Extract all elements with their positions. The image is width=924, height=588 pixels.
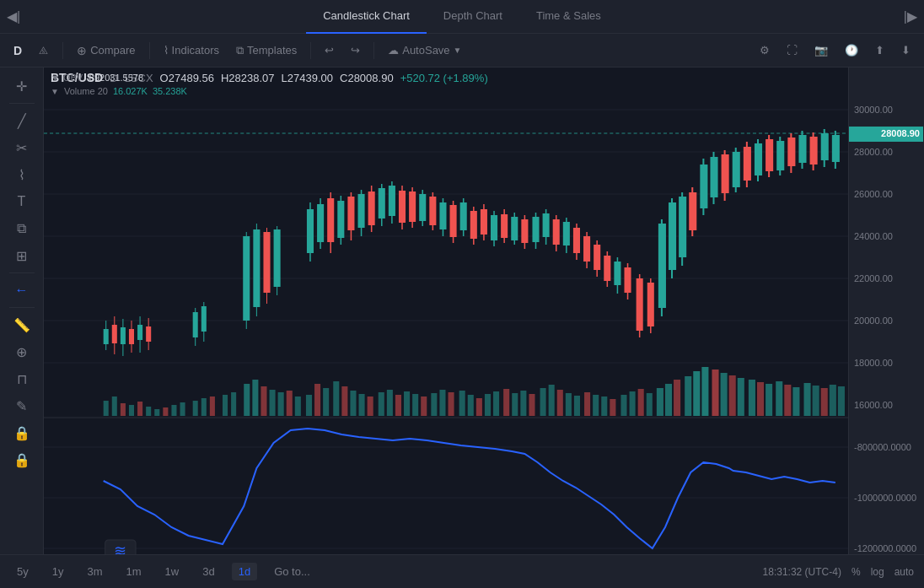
svg-rect-79 [738, 378, 744, 416]
crosshair-tool[interactable]: ✛ [7, 74, 37, 98]
scissors-tool[interactable]: ✂ [7, 136, 37, 159]
svg-rect-53 [503, 389, 509, 416]
svg-rect-46 [439, 390, 445, 416]
svg-rect-128 [368, 192, 375, 225]
svg-rect-34 [333, 381, 339, 416]
svg-rect-16 [163, 407, 168, 416]
svg-rect-204 [766, 139, 773, 171]
fib-tool[interactable]: ⌇ [7, 163, 37, 186]
svg-rect-148 [470, 211, 477, 239]
tf-1d[interactable]: 1d [232, 563, 257, 580]
svg-rect-87 [813, 386, 819, 416]
download-button[interactable]: ⬇ [894, 40, 917, 60]
auto-toggle[interactable]: auto [894, 566, 914, 578]
svg-rect-210 [798, 135, 806, 163]
svg-rect-65 [610, 399, 615, 416]
svg-rect-104 [193, 312, 198, 337]
svg-rect-208 [787, 138, 795, 166]
camera-button[interactable]: 📷 [808, 40, 835, 60]
tf-3m[interactable]: 3m [80, 563, 109, 580]
svg-rect-32 [314, 384, 320, 416]
svg-rect-27 [270, 390, 276, 416]
svg-rect-22 [223, 395, 228, 416]
tab-candlestick[interactable]: Candlestick Chart [306, 0, 427, 34]
ohlc-low: L27439.00 [282, 72, 333, 84]
tf-1y[interactable]: 1y [46, 563, 71, 580]
measure-tool[interactable]: ⊞ [7, 244, 37, 267]
clock-button[interactable]: 🕐 [838, 40, 865, 60]
svg-rect-82 [766, 384, 772, 416]
volume-val1: 16.027K [113, 86, 148, 96]
upload-button[interactable]: ⬆ [868, 40, 891, 60]
svg-rect-58 [549, 385, 555, 416]
svg-rect-43 [412, 394, 418, 416]
svg-rect-68 [638, 389, 644, 416]
text-tool[interactable]: T [7, 190, 37, 213]
back-tool[interactable]: ← [7, 278, 37, 302]
templates-button[interactable]: ⧉ Templates [229, 40, 304, 61]
svg-rect-142 [439, 202, 446, 229]
ruler-tool[interactable]: 📏 [7, 313, 37, 337]
svg-rect-17 [171, 405, 176, 416]
tf-1m[interactable]: 1m [120, 563, 148, 580]
divider-3 [310, 42, 311, 59]
trendline-tool[interactable]: ╱ [7, 109, 37, 132]
main-area: ✛ ╱ ✂ ⌇ T ⧉ ⊞ ← 📏 ⊕ ⊓ ✎ 🔒 🔒 BTC/USD D LS… [0, 67, 924, 554]
fullscreen-button[interactable]: ⛶ [780, 40, 804, 60]
zoom-tool[interactable]: ⊕ [7, 340, 37, 364]
redo-button[interactable]: ↪ [344, 40, 367, 60]
svg-text:28000.00: 28000.00 [854, 147, 893, 157]
collapse-right-icon[interactable]: |▶ [904, 8, 917, 24]
svg-rect-35 [341, 386, 347, 416]
svg-rect-74 [693, 371, 700, 416]
right-price-axis: 30000.00 28000.00 26000.00 24000.00 2200… [848, 67, 924, 554]
svg-rect-186 [669, 202, 676, 270]
undo-button[interactable]: ↩ [318, 40, 341, 60]
svg-rect-206 [776, 141, 784, 170]
chart-svg[interactable]: 14 2023 14 Feb 14 Mar 14 Apr ≋ [44, 67, 848, 554]
svg-rect-168 [573, 228, 580, 253]
svg-rect-25 [252, 380, 258, 416]
svg-rect-73 [685, 376, 691, 416]
svg-rect-11 [121, 403, 126, 416]
pencil-tool[interactable]: ✎ [7, 394, 37, 418]
goto-button[interactable]: Go to... [267, 563, 317, 580]
svg-rect-72 [674, 380, 680, 416]
volume-chevron: ▼ [51, 87, 59, 96]
tab-depth[interactable]: Depth Chart [427, 0, 519, 34]
lock-tool[interactable]: 🔒 [7, 421, 37, 445]
autosave-button[interactable]: ☁ AutoSave ▼ [381, 40, 468, 60]
svg-rect-12 [129, 405, 134, 416]
collapse-left-icon[interactable]: ◀| [7, 8, 20, 24]
svg-rect-54 [512, 393, 518, 416]
svg-rect-164 [553, 219, 560, 245]
settings-button[interactable]: ⚙ [753, 40, 776, 60]
svg-text:30000.00: 30000.00 [854, 105, 893, 115]
log-toggle[interactable]: log [871, 566, 884, 578]
svg-rect-77 [721, 373, 728, 416]
svg-rect-126 [358, 194, 365, 228]
svg-rect-94 [112, 325, 117, 343]
svg-rect-162 [543, 213, 550, 237]
magnet-tool[interactable]: ⊓ [7, 367, 37, 391]
svg-rect-30 [295, 396, 301, 416]
tf-3d[interactable]: 3d [196, 563, 221, 580]
tf-1w[interactable]: 1w [158, 563, 186, 580]
tf-5y[interactable]: 5y [10, 563, 35, 580]
chart-type-button[interactable]: ⧌ [32, 40, 56, 61]
node-tool[interactable]: ⧉ [7, 217, 37, 240]
pct-toggle[interactable]: % [851, 566, 861, 578]
svg-rect-180 [637, 278, 643, 331]
svg-rect-134 [399, 191, 406, 223]
svg-rect-144 [450, 205, 457, 237]
timeframe-selector[interactable]: D [7, 40, 29, 61]
svg-rect-42 [404, 391, 410, 416]
compare-button[interactable]: ⊕ Compare [70, 40, 142, 61]
indicators-button[interactable]: ⌇ Indicators [157, 40, 226, 60]
lock2-tool[interactable]: 🔒 [7, 448, 37, 472]
svg-rect-84 [784, 385, 791, 416]
tab-time-sales[interactable]: Time & Sales [519, 0, 618, 34]
tab-bar: ◀| Candlestick Chart Depth Chart Time & … [0, 0, 924, 34]
svg-rect-212 [810, 137, 818, 165]
right-axis-svg: 30000.00 28000.00 26000.00 24000.00 2200… [849, 67, 924, 554]
